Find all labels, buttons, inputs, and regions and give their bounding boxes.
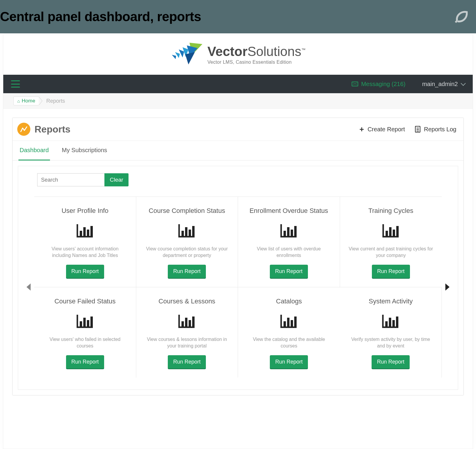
report-description: Verify system activity by user, by time … xyxy=(347,336,435,349)
report-description: View users' account information includin… xyxy=(41,246,129,259)
svg-rect-25 xyxy=(87,320,89,327)
report-title: Course Failed Status xyxy=(54,297,115,305)
bar-chart-icon xyxy=(76,223,94,238)
svg-rect-36 xyxy=(389,318,391,327)
report-description: View list of users with overdue enrollme… xyxy=(245,246,333,259)
dashboard-panel: Clear User Profile InfoView users' accou… xyxy=(18,166,458,390)
card-title: Reports xyxy=(35,124,71,135)
plus-icon: + xyxy=(359,125,364,134)
leaf-icon xyxy=(453,9,469,24)
run-report-button[interactable]: Run Report xyxy=(168,355,206,369)
run-report-button[interactable]: Run Report xyxy=(66,265,104,278)
bar-chart-icon xyxy=(382,314,400,328)
run-report-button[interactable]: Run Report xyxy=(372,265,410,278)
svg-rect-14 xyxy=(192,226,195,236)
svg-rect-11 xyxy=(181,231,184,236)
svg-rect-35 xyxy=(385,321,388,327)
svg-marker-6 xyxy=(185,52,195,64)
carousel-prev-icon[interactable] xyxy=(26,283,31,291)
svg-rect-23 xyxy=(80,321,82,327)
report-title: Course Completion Status xyxy=(149,207,225,215)
svg-rect-28 xyxy=(185,318,187,327)
reports-card: Reports + Create Report Reports Log Dash… xyxy=(12,118,464,395)
nav-bar: Messaging (216) main_admin2 xyxy=(3,75,473,93)
report-description: View current and past training cycles fo… xyxy=(347,246,436,259)
page-title: Central panel dashboard, reports xyxy=(0,9,201,24)
messaging-label: Messaging (216) xyxy=(361,81,405,88)
report-tile: Enrollment Overdue StatusView list of us… xyxy=(238,197,340,287)
svg-rect-32 xyxy=(287,318,289,327)
svg-rect-37 xyxy=(392,320,395,327)
reports-log-button[interactable]: Reports Log xyxy=(415,125,456,134)
search-input[interactable] xyxy=(37,173,104,186)
brand-name: VectorSolutions™ xyxy=(207,45,306,58)
svg-rect-12 xyxy=(185,227,187,236)
report-title: Catalogs xyxy=(276,297,302,305)
breadcrumb: ⌂ Home Reports xyxy=(3,93,473,109)
svg-rect-9 xyxy=(87,230,89,236)
svg-rect-10 xyxy=(90,226,93,236)
report-title: User Profile Info xyxy=(62,207,109,215)
report-description: View courses & lessons information in yo… xyxy=(143,336,231,349)
bar-chart-icon xyxy=(76,314,94,328)
report-title: Training Cycles xyxy=(368,207,413,215)
svg-rect-27 xyxy=(181,321,184,327)
run-report-button[interactable]: Run Report xyxy=(168,265,206,278)
report-tile: Courses & LessonsView courses & lessons … xyxy=(136,287,238,378)
svg-rect-26 xyxy=(90,317,93,327)
bar-chart-icon xyxy=(280,223,298,238)
svg-rect-33 xyxy=(291,320,293,327)
svg-marker-5 xyxy=(172,55,176,59)
report-description: View the catalog and the available cours… xyxy=(245,336,333,349)
logo-strip: VectorSolutions™ Vector LMS, Casino Esse… xyxy=(3,35,473,75)
svg-rect-13 xyxy=(189,230,191,236)
svg-rect-22 xyxy=(396,226,399,236)
app-shell: VectorSolutions™ Vector LMS, Casino Esse… xyxy=(3,35,473,449)
bar-chart-icon xyxy=(382,223,400,238)
run-report-button[interactable]: Run Report xyxy=(372,355,410,369)
run-report-button[interactable]: Run Report xyxy=(270,355,308,369)
card-header: Reports + Create Report Reports Log xyxy=(12,118,464,141)
document-icon xyxy=(415,126,420,132)
brand-mark-icon xyxy=(170,41,203,68)
carousel-next-icon[interactable] xyxy=(445,283,450,291)
svg-rect-30 xyxy=(192,317,195,327)
svg-rect-8 xyxy=(83,227,86,236)
user-menu[interactable]: main_admin2 xyxy=(422,81,465,88)
svg-rect-38 xyxy=(396,317,398,327)
create-report-button[interactable]: + Create Report xyxy=(359,125,405,134)
chevron-down-icon xyxy=(461,81,466,86)
bar-chart-icon xyxy=(178,223,196,238)
user-label: main_admin2 xyxy=(422,81,458,88)
svg-rect-15 xyxy=(284,231,286,236)
report-tile: Course Completion StatusView course comp… xyxy=(136,197,238,287)
reports-badge-icon xyxy=(17,123,30,136)
search-row: Clear xyxy=(37,173,454,186)
svg-rect-21 xyxy=(393,230,395,236)
clear-button[interactable]: Clear xyxy=(104,173,129,186)
menu-icon[interactable] xyxy=(11,80,20,88)
bar-chart-icon xyxy=(178,314,196,328)
tabs: Dashboard My Subscriptions xyxy=(12,141,464,160)
run-report-button[interactable]: Run Report xyxy=(66,355,104,369)
tab-dashboard[interactable]: Dashboard xyxy=(18,141,50,160)
breadcrumb-sep-icon xyxy=(39,96,43,105)
report-tile: CatalogsView the catalog and the availab… xyxy=(238,287,340,378)
report-grid: User Profile InfoView users' account inf… xyxy=(34,197,442,378)
brand-tagline: Vector LMS, Casino Essentials Edition xyxy=(207,60,306,65)
svg-rect-18 xyxy=(294,226,297,236)
report-description: View users' who failed in selected cours… xyxy=(41,336,129,349)
report-tile: Training CyclesView current and past tra… xyxy=(340,197,442,287)
svg-rect-24 xyxy=(83,318,86,327)
svg-rect-17 xyxy=(291,230,293,236)
report-title: Courses & Lessons xyxy=(159,297,215,305)
report-title: Enrollment Overdue Status xyxy=(250,207,328,215)
messaging-link[interactable]: Messaging (216) xyxy=(352,81,405,88)
home-icon: ⌂ xyxy=(17,99,20,104)
report-tile: User Profile InfoView users' account inf… xyxy=(34,197,136,287)
tab-subscriptions[interactable]: My Subscriptions xyxy=(61,141,108,160)
run-report-button[interactable]: Run Report xyxy=(270,265,308,278)
svg-rect-34 xyxy=(294,317,297,327)
report-tile: System ActivityVerify system activity by… xyxy=(340,287,442,378)
breadcrumb-home[interactable]: ⌂ Home xyxy=(13,96,39,105)
